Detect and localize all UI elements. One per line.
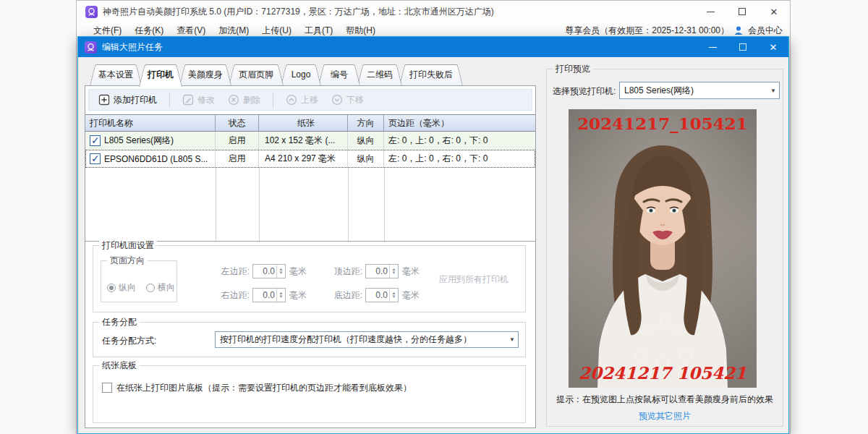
move-down-button[interactable]: 下移: [328, 93, 367, 108]
tab-print-failed[interactable]: 打印失败后: [397, 64, 465, 85]
col-header-orientation[interactable]: 方向: [348, 115, 384, 131]
print-backplate-checkbox[interactable]: [102, 383, 112, 393]
printer-orientation: 纵向: [348, 132, 384, 150]
edit-photo-task-dialog: 编辑大照片任务 ✕ 基本设置 打印机 美颜瘦身 页眉页脚 Logo 编号 二维码…: [77, 36, 789, 434]
col-header-paper[interactable]: 纸张: [259, 115, 348, 131]
printer-checkbox[interactable]: [90, 135, 101, 146]
dialog-titlebar: 编辑大照片任务 ✕: [78, 37, 788, 57]
task-allocation-group: 任务分配 任务分配方式: 按打印机的打印速度分配打印机（打印速度越快，分的任务越…: [93, 322, 526, 357]
dialog-title: 编辑大照片任务: [102, 41, 163, 54]
dialog-close-icon[interactable]: ✕: [758, 37, 788, 57]
delete-circle-icon: [228, 94, 239, 106]
dialog-minimize-icon[interactable]: [697, 37, 728, 57]
right-margin-input[interactable]: 0.0▲▼: [252, 288, 286, 302]
tab-printer[interactable]: 打印机: [137, 64, 184, 87]
print-preview-group: 打印预览 选择预览打印机: L805 Series(网络) ▼: [546, 69, 783, 427]
member-status: 尊享会员（有效期至：2025-12-31 00:00）: [565, 25, 729, 37]
table-grid-lines: [85, 168, 535, 241]
page-orientation-group: 页面方向 纵向 横向: [101, 260, 177, 302]
printer-toolbar: 添加打印机 修改 删除 上移 下移: [88, 89, 532, 111]
printer-status: 启用: [216, 150, 259, 168]
printer-table: 打印机名称 状态 纸张 方向 页边距（毫米） L805 Series(网络) 启…: [85, 114, 535, 242]
printer-name: L805 Series(网络): [104, 135, 174, 147]
tab-beauty[interactable]: 美颜瘦身: [177, 64, 234, 85]
portrait-photo-illustration: [569, 109, 757, 388]
spinner-arrows-icon[interactable]: ▲▼: [389, 289, 398, 302]
chevron-down-icon: ▼: [767, 88, 779, 94]
dialog-body: 基本设置 打印机 美颜瘦身 页眉页脚 Logo 编号 二维码 打印失败后 添加打…: [78, 57, 788, 433]
left-margin-field: 左边距: 0.0▲▼ 毫米: [202, 264, 307, 278]
add-printer-button[interactable]: 添加打印机: [95, 93, 161, 108]
preview-printer-select[interactable]: L805 Series(网络) ▼: [619, 82, 780, 99]
tab-header-footer[interactable]: 页眉页脚: [226, 64, 286, 85]
chevron-down-icon: ▼: [506, 336, 518, 343]
group-title: 页面方向: [107, 255, 148, 265]
task-allocation-select[interactable]: 按打印机的打印速度分配打印机（打印速度越快，分的任务越多） ▼: [215, 331, 519, 348]
modify-printer-button[interactable]: 修改: [179, 93, 218, 108]
tab-qrcode[interactable]: 二维码: [355, 64, 404, 85]
top-margin-field: 顶边距: 0.0▲▼ 毫米: [315, 264, 420, 278]
table-row-selected[interactable]: EPSON6DD61D (L805 S... 启用 A4 210 x 297 毫…: [85, 150, 535, 168]
delete-printer-button[interactable]: 删除: [224, 93, 264, 108]
portrait-radio[interactable]: 纵向: [107, 281, 136, 294]
spinner-arrows-icon[interactable]: ▲▼: [276, 265, 285, 278]
radio-dot-icon: [146, 284, 155, 292]
landscape-radio[interactable]: 横向: [146, 281, 175, 294]
right-margin-field: 右边距: 0.0▲▼ 毫米: [202, 288, 307, 302]
printer-margins: 左: 0，上: 0，右: 0，下: 0: [384, 132, 535, 150]
toolbar-separator: [169, 92, 170, 108]
preview-tip-text: 提示：在预览图上点按鼠标可以查看美颜瘦身前后的效果: [547, 393, 783, 406]
left-margin-input[interactable]: 0.0▲▼: [252, 264, 286, 278]
preview-printer-label: 选择预览打印机:: [553, 85, 616, 98]
window-title: 神奇照片自动美颜打印系统 5.0 (用户ID：71277319，景区：万达广场，…: [103, 6, 494, 18]
printer-name: EPSON6DD61D (L805 S...: [104, 154, 208, 164]
printer-margins: 左: 0，上: 0，右: 0，下: 0: [384, 150, 535, 168]
col-header-status[interactable]: 状态: [216, 115, 259, 131]
bottom-margin-field: 底边距: 0.0▲▼ 毫米: [315, 288, 420, 302]
printer-checkbox[interactable]: [90, 153, 101, 164]
close-icon[interactable]: ✕: [758, 1, 790, 22]
tab-bar: 基本设置 打印机 美颜瘦身 页眉页脚 Logo 编号 二维码 打印失败后: [88, 64, 465, 85]
pencil-icon: [182, 94, 194, 106]
printer-paper: 102 x 152 毫米 (...: [259, 132, 348, 150]
tab-basic-settings[interactable]: 基本设置: [88, 64, 144, 85]
toolbar-separator: [273, 92, 273, 108]
dialog-window-controls: ✕: [697, 37, 788, 57]
print-backplate-label: 在纸张上打印图片底板（提示：需要设置打印机的页边距才能看到底板效果）: [116, 382, 412, 394]
printer-tab-panel: 添加打印机 修改 删除 上移 下移: [85, 85, 536, 428]
top-margin-input[interactable]: 0.0▲▼: [365, 264, 399, 278]
table-row[interactable]: L805 Series(网络) 启用 102 x 152 毫米 (... 纵向 …: [85, 132, 535, 150]
col-header-margins[interactable]: 页边距（毫米）: [384, 115, 535, 131]
watermark-bottom: 20241217 105421: [569, 363, 757, 383]
main-titlebar: 神奇照片自动美颜打印系统 5.0 (用户ID：71277319，景区：万达广场，…: [77, 1, 790, 22]
group-title: 纸张底板: [99, 360, 140, 370]
spinner-arrows-icon[interactable]: ▲▼: [389, 265, 398, 278]
col-header-name[interactable]: 打印机名称: [85, 115, 216, 131]
app-icon: [85, 6, 98, 18]
spinner-arrows-icon[interactable]: ▲▼: [276, 289, 285, 302]
chevron-down-circle-icon: [331, 94, 343, 106]
move-up-button[interactable]: 上移: [282, 93, 322, 108]
bottom-margin-input[interactable]: 0.0▲▼: [365, 288, 399, 302]
preview-photo[interactable]: 20241217_105421 20241217 105421: [569, 109, 757, 388]
dialog-app-icon: [85, 41, 97, 54]
printer-status: 启用: [216, 132, 259, 150]
member-icon: [733, 25, 744, 35]
group-title: 打印机面设置: [99, 240, 157, 250]
dialog-maximize-icon[interactable]: [728, 37, 758, 57]
preview-other-photos-link[interactable]: 预览其它照片: [547, 410, 783, 422]
radio-dot-icon: [107, 284, 116, 292]
apply-to-all-printers-button[interactable]: 应用到所有打印机: [439, 273, 509, 286]
watermark-top: 20241217_105421: [569, 114, 757, 133]
maximize-icon[interactable]: [726, 1, 758, 22]
member-area: 尊享会员（有效期至：2025-12-31 00:00） 会员中心: [565, 25, 783, 37]
minimize-icon[interactable]: [694, 1, 726, 22]
task-allocation-label: 任务分配方式:: [102, 335, 156, 347]
member-center-link[interactable]: 会员中心: [748, 25, 783, 37]
group-title: 打印预览: [553, 64, 593, 74]
main-window-controls: ✕: [694, 1, 790, 22]
paper-backplate-group: 纸张底板 在纸张上打印图片底板（提示：需要设置打印机的页边距才能看到底板效果）: [93, 365, 526, 423]
printer-page-settings-group: 打印机面设置 页面方向 纵向 横向 左边距: 0.0▲▼ 毫米 顶边距: 0.0…: [93, 245, 526, 312]
table-header-row: 打印机名称 状态 纸张 方向 页边距（毫米）: [85, 115, 535, 132]
plus-square-icon: [98, 94, 110, 106]
